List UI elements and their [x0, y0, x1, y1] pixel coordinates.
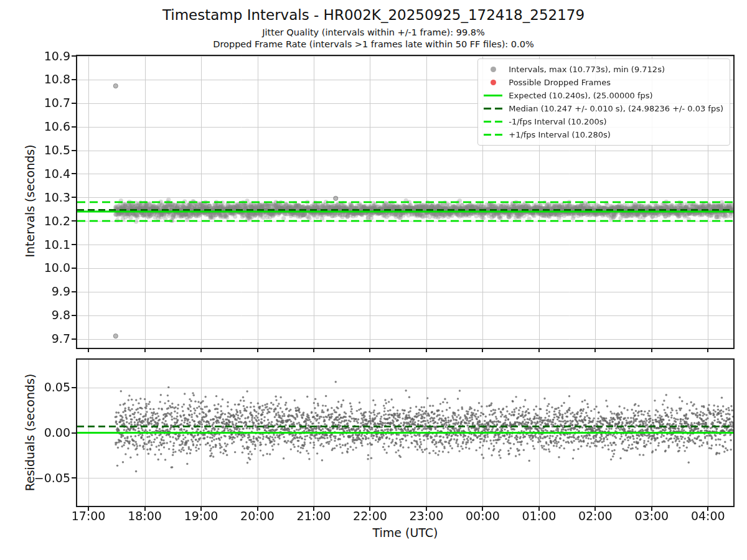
legend-dashed-line-icon [484, 134, 502, 136]
legend-dashed-line-icon [484, 121, 502, 123]
y-tick-label-intervals: 10.9 [17, 50, 70, 62]
legend-dashed-line-icon [484, 108, 502, 110]
y-tick-mark-residuals [72, 432, 76, 434]
x-tick-mark-upper [200, 349, 202, 352]
y-tick-label-intervals: 10.6 [17, 121, 70, 133]
y-tick-label-intervals: 10.0 [17, 262, 70, 274]
x-tick-mark [144, 507, 146, 511]
y-tick-mark-intervals [72, 79, 76, 80]
y-tick-mark-residuals [72, 477, 76, 478]
x-tick-label: 17:00 [59, 510, 118, 522]
y-tick-mark-intervals [72, 197, 76, 198]
x-tick-mark-upper [369, 349, 370, 352]
x-tick-label: 03:00 [622, 510, 682, 522]
x-tick-mark [257, 507, 258, 511]
legend-solid-line-icon [484, 95, 502, 97]
y-tick-label-intervals: 9.9 [17, 286, 70, 297]
x-tick-label: 23:00 [397, 510, 456, 522]
y-tick-label-intervals: 10.7 [17, 97, 70, 109]
y-tick-label-intervals: 9.8 [17, 309, 70, 321]
legend-row: Median (10.247 +/- 0.010 s), (24.98236 +… [483, 102, 723, 115]
legend-label: Median (10.247 +/- 0.010 s), (24.98236 +… [509, 104, 723, 113]
y-tick-mark-intervals [72, 150, 76, 151]
legend-dot-icon [491, 80, 496, 85]
x-tick-mark-upper [594, 349, 596, 352]
x-tick-label: 18:00 [115, 510, 175, 522]
legend-label: Intervals, max (10.773s), min (9.712s) [509, 65, 665, 74]
y-tick-mark-intervals [72, 220, 76, 222]
x-tick-mark [538, 507, 540, 511]
x-tick-mark-upper [144, 349, 146, 352]
x-tick-mark-upper [257, 349, 258, 352]
y-tick-mark-residuals [72, 387, 76, 388]
intervals-plot: Intervals, max (10.773s), min (9.712s)Po… [76, 55, 735, 349]
legend-row: Possible Dropped Frames [483, 76, 723, 89]
y-tick-mark-intervals [72, 338, 76, 340]
x-tick-label: 22:00 [340, 510, 400, 522]
residuals-axis-label: Residuals (seconds) [23, 374, 37, 492]
y-tick-mark-intervals [72, 268, 76, 269]
intervals-axis-label: Intervals (seconds) [23, 144, 37, 257]
x-tick-mark [594, 507, 596, 511]
y-tick-label-intervals: 9.7 [17, 333, 70, 345]
legend-label: Expected (10.240s), (25.00000 fps) [509, 91, 652, 100]
legend-row: -1/fps Interval (10.200s) [483, 115, 723, 128]
y-tick-mark-intervals [72, 173, 76, 174]
x-tick-mark [369, 507, 370, 511]
x-tick-mark [426, 507, 427, 511]
x-tick-label: 21:00 [284, 510, 344, 522]
y-tick-label-intervals: 10.8 [17, 73, 70, 85]
jitter-quality-subtitle: Jitter Quality (intervals within +/-1 fr… [0, 27, 747, 37]
dropped-frame-rate-subtitle: Dropped Frame Rate (intervals >1 frames … [0, 39, 747, 49]
residuals-plot [76, 358, 735, 507]
x-tick-mark-upper [88, 349, 89, 352]
x-tick-mark [200, 507, 202, 511]
x-tick-mark-upper [707, 349, 708, 352]
y-tick-mark-intervals [72, 55, 76, 57]
x-tick-mark [707, 507, 708, 511]
legend-row: Expected (10.240s), (25.00000 fps) [483, 89, 723, 102]
x-tick-mark-upper [426, 349, 427, 352]
x-tick-mark-upper [313, 349, 314, 352]
x-tick-mark-upper [482, 349, 483, 352]
legend: Intervals, max (10.773s), min (9.712s)Po… [477, 58, 730, 146]
x-tick-mark [482, 507, 483, 511]
x-tick-label: 04:00 [678, 510, 738, 522]
legend-row: Intervals, max (10.773s), min (9.712s) [483, 63, 723, 76]
x-tick-mark [313, 507, 314, 511]
chart-title: Timestamp Intervals - HR002K_20250925_17… [0, 7, 747, 23]
x-tick-label: 20:00 [228, 510, 288, 522]
figure: Timestamp Intervals - HR002K_20250925_17… [0, 0, 747, 560]
legend-dot-icon [491, 67, 496, 72]
x-tick-mark [651, 507, 652, 511]
x-tick-mark-upper [538, 349, 540, 352]
y-tick-mark-intervals [72, 291, 76, 292]
legend-label: +1/fps Interval (10.280s) [509, 130, 611, 139]
x-tick-label: 00:00 [453, 510, 512, 522]
x-tick-mark [88, 507, 89, 511]
residuals-scatter-canvas [77, 360, 733, 506]
y-tick-mark-intervals [72, 103, 76, 104]
x-tick-mark-upper [651, 349, 652, 352]
y-tick-mark-intervals [72, 126, 76, 128]
legend-label: Possible Dropped Frames [509, 78, 611, 87]
x-tick-label: 02:00 [565, 510, 625, 522]
x-tick-label: 01:00 [509, 510, 569, 522]
legend-label: -1/fps Interval (10.200s) [509, 117, 606, 126]
y-tick-mark-intervals [72, 244, 76, 245]
x-tick-label: 19:00 [171, 510, 231, 522]
time-axis-label: Time (UTC) [77, 526, 733, 539]
y-tick-mark-intervals [72, 315, 76, 316]
legend-row: +1/fps Interval (10.280s) [483, 128, 723, 141]
